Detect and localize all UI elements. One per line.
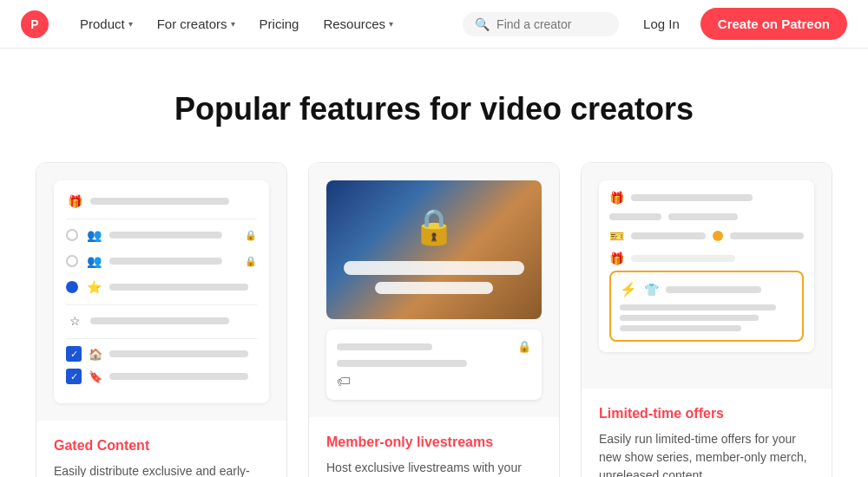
gift-tag-icon: 🎫 [609, 229, 624, 243]
nav-product-label: Product [80, 16, 125, 31]
gc-mockup: 🎁 👥 🔒 👥 [54, 180, 269, 403]
livestreams-title: Member-only livestreams [326, 435, 542, 450]
gift-icon: 🎁 [609, 252, 624, 265]
features-row: 🎁 👥 🔒 👥 [35, 162, 833, 477]
limited-offers-desc: Easily run limited-time offers for your … [599, 430, 814, 477]
bookmark-icon: 🔖 [89, 370, 102, 383]
lo-bar [730, 232, 805, 239]
ls-video-mockup: 🔒 [326, 180, 542, 319]
nav-item-resources[interactable]: Resources ▾ [312, 10, 404, 38]
nav-links: Product ▾ For creators ▾ Pricing Resourc… [69, 10, 463, 38]
ls-bar [337, 360, 467, 367]
radio-on-icon [66, 281, 78, 293]
gated-content-desc: Easily distribute exclusive and early-ac… [54, 462, 269, 477]
gc-bar [109, 284, 248, 291]
lock-icon: 🔒 [245, 256, 257, 267]
lo-text-bar [620, 304, 776, 310]
gift-icon: 🎁 [609, 191, 624, 205]
search-icon: 🔍 [475, 17, 490, 31]
logo[interactable]: P [21, 10, 49, 38]
checkbox-checked-icon: ✓ [66, 346, 82, 362]
chevron-down-icon: ▾ [128, 19, 133, 29]
bolt-icon: ⚡ [620, 281, 637, 297]
nav-auth: Log In Create on Patreon [633, 8, 847, 40]
gc-bar [109, 258, 222, 265]
lock-icon: 🔒 [412, 206, 456, 247]
checkbox-checked-icon: ✓ [66, 369, 82, 384]
tag-icon: 🏷 [337, 374, 351, 389]
nav-item-product[interactable]: Product ▾ [69, 10, 143, 38]
gc-bar [90, 198, 229, 205]
gated-content-title: Gated Content [54, 438, 269, 454]
lock-icon: 🔒 [245, 230, 257, 241]
lo-hl-bar [666, 286, 761, 293]
limited-offers-card: 🎁 🎫 🎁 [581, 162, 832, 477]
chevron-down-icon: ▾ [231, 19, 235, 29]
gated-content-card: 🎁 👥 🔒 👥 [36, 162, 287, 477]
nav-item-pricing[interactable]: Pricing [249, 10, 310, 38]
people-icon: 👥 [85, 252, 102, 270]
navbar: P Product ▾ For creators ▾ Pricing Resou… [0, 0, 868, 49]
chevron-down-icon: ▾ [389, 19, 393, 29]
star-icon: ⭐ [85, 278, 102, 296]
create-on-patreon-button[interactable]: Create on Patreon [700, 8, 847, 40]
shirt-icon: 👕 [644, 283, 659, 297]
ls-bar [337, 343, 432, 350]
lock-small-icon: 🔒 [517, 340, 531, 353]
nav-creators-label: For creators [157, 16, 227, 31]
logo-icon: P [21, 10, 49, 38]
gc-bar [109, 232, 222, 238]
radio-off-icon [66, 255, 78, 267]
nav-item-for-creators[interactable]: For creators ▾ [147, 10, 246, 38]
gated-content-body: Gated Content Easily distribute exclusiv… [36, 421, 286, 477]
status-dot [713, 231, 723, 241]
lo-bar [631, 232, 706, 239]
livestreams-body: Member-only livestreams Host exclusive l… [309, 417, 559, 477]
gc-bar [109, 373, 248, 380]
nav-resources-label: Resources [323, 16, 385, 31]
livestreams-desc: Host exclusive livestreams with your big… [326, 459, 542, 477]
star-outline-icon: ☆ [66, 312, 83, 330]
livestreams-illustration: 🔒 🔒 🏷 [309, 163, 559, 417]
limited-offers-body: Limited-time offers Easily run limited-t… [582, 389, 832, 477]
people-icon: 👥 [85, 226, 102, 244]
lo-text-bar [620, 325, 741, 331]
search-input[interactable] [496, 17, 601, 31]
lo-mockup: 🎁 🎫 🎁 [599, 180, 814, 352]
login-button[interactable]: Log In [633, 10, 690, 38]
lo-bar [631, 255, 735, 262]
gc-bar [90, 317, 229, 324]
lo-text-bars [620, 304, 793, 331]
gift-icon: 🎁 [66, 193, 83, 210]
radio-off-icon [66, 229, 78, 241]
gc-bar [109, 350, 248, 357]
main-content: Popular features for video creators 🎁 👥 [0, 49, 868, 477]
ls-card-inner: 🔒 🏷 [326, 330, 542, 400]
lo-highlight-box: ⚡ 👕 [609, 271, 804, 342]
home-icon: 🏠 [89, 348, 102, 361]
search-bar: 🔍 [463, 12, 619, 36]
nav-pricing-label: Pricing [260, 16, 299, 31]
lo-bar [631, 194, 753, 201]
limited-offers-title: Limited-time offers [599, 406, 814, 421]
livestreams-card: 🔒 🔒 🏷 [308, 162, 560, 477]
lo-text-bar [620, 315, 759, 321]
page-title: Popular features for video creators [35, 90, 833, 127]
gated-content-illustration: 🎁 👥 🔒 👥 [36, 163, 286, 421]
limited-offers-illustration: 🎁 🎫 🎁 [582, 163, 832, 389]
